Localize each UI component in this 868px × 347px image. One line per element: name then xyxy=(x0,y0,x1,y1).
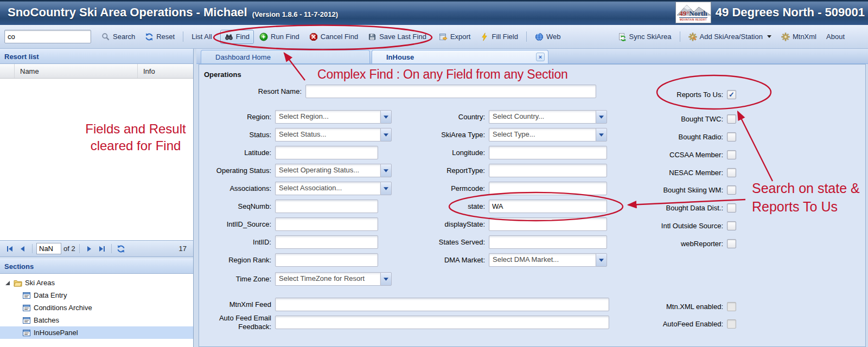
field-label: Bought Radio: xyxy=(617,133,727,141)
first-page-button[interactable] xyxy=(4,243,15,254)
prev-page-button[interactable] xyxy=(17,243,28,254)
bought-radio-checkbox[interactable] xyxy=(727,132,736,142)
region-select[interactable]: Select Region... xyxy=(275,110,392,124)
about-button[interactable]: About xyxy=(822,30,849,43)
sync-skiarea-button[interactable]: Sync SkiArea xyxy=(614,30,676,44)
search-icon xyxy=(101,33,110,41)
fill-field-button[interactable]: Fill Field xyxy=(476,30,522,44)
permcode-input[interactable] xyxy=(489,182,607,195)
field-reporttype: ReportType: xyxy=(407,164,607,177)
intlid-input[interactable] xyxy=(275,235,378,249)
resort-list-body[interactable] xyxy=(0,79,193,240)
associations-select[interactable]: Select Association... xyxy=(275,182,392,195)
tab-dashboard-home[interactable]: Dashboard Home xyxy=(201,50,370,63)
skiarea-type-select[interactable]: Select Type... xyxy=(489,128,607,142)
auto-feed-email-input[interactable] xyxy=(275,316,609,329)
chevron-down-icon[interactable] xyxy=(596,128,607,142)
save-last-find-button[interactable]: Save Last Find xyxy=(363,30,431,44)
region-rank-input[interactable] xyxy=(275,253,378,267)
run-find-button[interactable]: Run Find xyxy=(255,30,304,44)
status-select[interactable]: Select Status... xyxy=(275,128,392,142)
form-icon xyxy=(22,316,31,325)
tree-node-label: Batches xyxy=(34,316,59,324)
chevron-down-icon[interactable] xyxy=(380,182,392,195)
intl-outside-source-checkbox[interactable] xyxy=(727,221,736,230)
web-button[interactable]: Web xyxy=(531,30,565,44)
chevron-down-icon[interactable] xyxy=(380,110,392,124)
reset-button[interactable]: Reset xyxy=(141,30,179,44)
tree-expand-icon[interactable] xyxy=(5,281,10,285)
bought-skiing-wm-checkbox[interactable] xyxy=(727,185,736,195)
field-label: Bought TWC: xyxy=(617,115,727,123)
tree-node-label: Ski Areas xyxy=(25,279,55,287)
field-label: Country: xyxy=(407,113,489,121)
intlid-source-input[interactable] xyxy=(275,217,378,231)
find-button[interactable]: Find xyxy=(220,30,254,44)
bought-twc-checkbox[interactable] xyxy=(727,114,736,124)
mtnxml-button[interactable]: MtnXml xyxy=(777,30,821,44)
reporttype-input[interactable] xyxy=(489,164,607,177)
separator xyxy=(183,31,183,42)
field-mtnxml-enabled: Mtn.XML enabled: xyxy=(617,300,736,313)
last-page-button[interactable] xyxy=(97,243,107,254)
chevron-down-icon[interactable] xyxy=(380,128,392,142)
tab-inhouse[interactable]: InHouse × xyxy=(372,50,548,63)
time-zone-select[interactable]: Select TimeZone for Resort xyxy=(275,272,392,286)
seqnumb-input[interactable] xyxy=(275,200,378,213)
app-title: SnoCountry Ski Area Operations - Michael xyxy=(8,5,247,20)
tree-node-conditions-archive[interactable]: Conditions Archive xyxy=(0,301,193,314)
tab-strip: Dashboard Home InHouse × xyxy=(196,49,868,64)
country-select[interactable]: Select Country... xyxy=(489,110,607,124)
close-tab-icon[interactable]: × xyxy=(536,53,545,61)
resort-list-header: Resort list xyxy=(0,49,193,64)
tree-node-inhousepanel[interactable]: InHousePanel xyxy=(0,326,193,339)
chevron-down-icon[interactable] xyxy=(596,110,607,124)
field-label: Bought Data Dist.: xyxy=(617,204,727,212)
separator xyxy=(79,244,80,253)
field-label: displayState: xyxy=(407,220,489,228)
chevron-down-icon[interactable] xyxy=(596,253,607,267)
chevron-down-icon[interactable] xyxy=(380,164,392,177)
tree-node-batches[interactable]: Batches xyxy=(0,314,193,326)
column-header-info[interactable]: Info xyxy=(138,64,193,78)
field-webreporter: webReporter: xyxy=(617,237,736,250)
list-all-button[interactable]: List All xyxy=(187,30,216,43)
add-skiarea-station-button[interactable]: Add SkiArea/Station xyxy=(684,30,776,44)
resort-name-input[interactable] xyxy=(305,85,596,98)
search-input[interactable] xyxy=(4,30,91,43)
field-label: Region: xyxy=(199,113,275,121)
gear-icon xyxy=(781,33,790,41)
field-skiarea-type: SkiArea Type: Select Type... xyxy=(407,128,607,142)
chevron-down-icon[interactable] xyxy=(380,272,392,286)
states-served-input[interactable] xyxy=(489,235,607,249)
next-page-button[interactable] xyxy=(84,243,94,254)
bought-data-dist-checkbox[interactable] xyxy=(727,203,736,213)
cancel-find-button[interactable]: Cancel Find xyxy=(305,30,362,44)
tree-node-label: Data Entry xyxy=(34,291,67,299)
ccsaa-member-checkbox[interactable] xyxy=(727,150,736,159)
webreporter-checkbox[interactable] xyxy=(727,239,736,248)
search-button[interactable]: Search xyxy=(97,30,139,44)
nesac-member-checkbox[interactable] xyxy=(727,168,736,177)
mtnxml-feed-input[interactable] xyxy=(275,298,609,311)
column-header-name[interactable]: Name xyxy=(15,64,138,78)
displaystate-input[interactable] xyxy=(489,217,607,231)
tree-node-data-entry[interactable]: Data Entry xyxy=(0,289,193,301)
tree-node-ski-areas[interactable]: Ski Areas xyxy=(0,277,193,289)
field-time-zone: Time Zone: Select TimeZone for Resort xyxy=(199,272,392,286)
latitude-input[interactable] xyxy=(275,146,378,159)
state-input[interactable] xyxy=(489,200,607,213)
field-bought-twc: Bought TWC: xyxy=(617,112,736,126)
column-header-spacer[interactable] xyxy=(0,64,15,78)
longitude-input[interactable] xyxy=(489,146,607,159)
page-number-input[interactable] xyxy=(36,243,61,254)
logo-text: 49°North xyxy=(679,10,707,18)
export-button[interactable]: Export xyxy=(435,30,475,44)
field-seqnumb: SeqNumb: xyxy=(199,200,378,213)
field-label: States Served: xyxy=(407,238,489,246)
reports-to-us-checkbox[interactable] xyxy=(727,90,736,99)
refresh-button[interactable] xyxy=(116,243,126,254)
last-page-icon xyxy=(98,245,106,253)
operating-status-select[interactable]: Select Operating Status... xyxy=(275,164,392,177)
dma-market-select[interactable]: Select DMA Market... xyxy=(489,253,607,267)
